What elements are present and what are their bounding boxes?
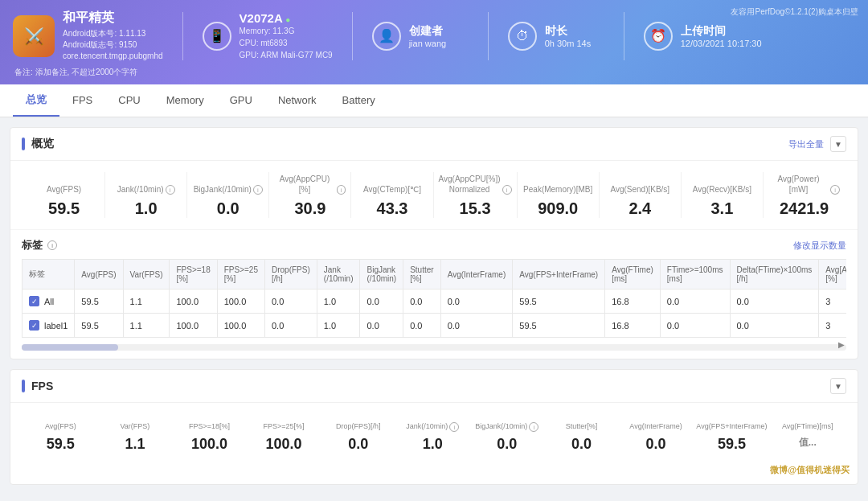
td-label1-delta: 0.0 bbox=[730, 314, 819, 338]
normalized-info-icon[interactable]: i bbox=[502, 185, 512, 195]
stat-recv-label: Avg(Recv)[KB/s] bbox=[686, 172, 758, 195]
fps-jank-value: 1.0 bbox=[399, 436, 467, 453]
fps-jank-info-icon[interactable]: i bbox=[449, 422, 459, 432]
th-stutter: Stutter[%] bbox=[403, 260, 440, 290]
title-bar bbox=[22, 138, 25, 150]
table-action-btn[interactable]: 修改显示数量 bbox=[793, 240, 846, 252]
td-all-ftime: 16.8 bbox=[605, 290, 661, 314]
jank-info-icon[interactable]: i bbox=[166, 185, 175, 195]
td-all-avg-fps: 59.5 bbox=[75, 290, 123, 314]
user-icon: 👤 bbox=[372, 22, 401, 51]
table-label-text: 标签 i bbox=[22, 238, 57, 253]
table-row: All 59.5 1.1 100.0 100.0 0.0 1.0 0.0 0.0… bbox=[23, 290, 847, 314]
tab-network[interactable]: Network bbox=[265, 86, 330, 116]
app-info: ⚔️ 和平精英 Android版本号: 1.11.13 Android版志号: … bbox=[13, 10, 163, 62]
device-info: 📱 V2072A ● Memory: 11.3G CPU: mt6893 GPU… bbox=[203, 11, 333, 61]
scroll-thumb[interactable] bbox=[22, 344, 118, 351]
th-label: 标签 bbox=[23, 260, 75, 290]
app-details: 和平精英 Android版本号: 1.11.13 Android版志号: 915… bbox=[63, 10, 163, 62]
th-fps25: FPS>=25[%] bbox=[217, 260, 264, 290]
watermark-area: 微博@值得机迷得买 bbox=[10, 462, 858, 481]
th-drop: Drop(FPS)[/h] bbox=[265, 260, 317, 290]
stat-send-label: Avg(Send)[KB/s] bbox=[604, 172, 676, 195]
fps-25-label: FPS>=25[%] bbox=[250, 413, 318, 432]
fps-18: FPS>=18[%] 100.0 bbox=[172, 413, 247, 453]
tab-fps[interactable]: FPS bbox=[59, 86, 105, 116]
fps-jank: Jank(/10min)i 1.0 bbox=[395, 413, 470, 453]
fps-title: FPS bbox=[22, 380, 53, 392]
divider-3 bbox=[488, 12, 489, 60]
stat-jank-value: 1.0 bbox=[110, 199, 182, 218]
td-all-var-fps: 1.1 bbox=[123, 290, 170, 314]
export-action[interactable]: 导出全量 bbox=[788, 138, 824, 150]
td-all-fps25: 100.0 bbox=[217, 290, 264, 314]
table-info-icon[interactable]: i bbox=[47, 240, 57, 250]
fps-title-bar bbox=[22, 380, 25, 392]
fps-bigjank: BigJank(/10min)i 0.0 bbox=[470, 413, 545, 453]
td-all-delta: 0.0 bbox=[730, 290, 819, 314]
device-cpu: CPU: mt6893 bbox=[240, 37, 333, 49]
td-label1-extra: 3 bbox=[819, 314, 846, 338]
fps-bigjank-info-icon[interactable]: i bbox=[529, 422, 538, 432]
stat-jank: Jank(/10min)i 1.0 bbox=[105, 172, 187, 218]
table-scroll-container[interactable]: 标签 Avg(FPS) Var(FPS) FPS>=18[%] FPS>=25[… bbox=[22, 259, 846, 351]
td-label1-var-fps: 1.1 bbox=[123, 314, 170, 338]
tab-battery[interactable]: Battery bbox=[330, 86, 388, 116]
top-right-info: 友容用PerfDog©1.2.1(2)购桌本归壁 bbox=[731, 6, 858, 18]
fps-fps-interframe-label: Avg(FPS+InterFrame) bbox=[696, 413, 767, 432]
fps-fps-interframe-value: 59.5 bbox=[696, 436, 767, 453]
table-row: label1 59.5 1.1 100.0 100.0 0.0 1.0 0.0 … bbox=[23, 314, 847, 338]
td-label1-fps18: 100.0 bbox=[170, 314, 217, 338]
fps-avg: Avg(FPS) 59.5 bbox=[23, 413, 98, 453]
stat-avg-fps-label: Avg(FPS) bbox=[28, 172, 100, 195]
all-checkbox[interactable] bbox=[29, 296, 39, 306]
td-all-fps-interframe: 59.5 bbox=[513, 290, 605, 314]
fps-ftime-label: Avg(FTime)[ms] bbox=[773, 413, 841, 432]
stat-appcpu-value: 30.9 bbox=[274, 199, 346, 218]
scroll-right-arrow[interactable]: ▶ bbox=[838, 340, 846, 348]
fps-interframe: Avg(InterFrame) 0.0 bbox=[619, 413, 694, 453]
app-android-version: Android版本号: 1.11.13 bbox=[63, 28, 163, 39]
tab-cpu[interactable]: CPU bbox=[105, 86, 153, 116]
stat-ctemp-label: Avg(CTemp)[℃] bbox=[356, 172, 428, 195]
stat-avg-fps: Avg(FPS) 59.5 bbox=[23, 172, 105, 218]
overview-collapse-btn[interactable]: ▼ bbox=[830, 136, 846, 152]
td-label1-interframe: 0.0 bbox=[440, 314, 513, 338]
power-info-icon[interactable]: i bbox=[830, 185, 840, 195]
td-label1-fps25: 100.0 bbox=[217, 314, 264, 338]
tab-overview[interactable]: 总览 bbox=[13, 84, 59, 117]
tab-memory[interactable]: Memory bbox=[154, 86, 217, 116]
th-extra: Avg[A[%] bbox=[819, 260, 846, 290]
upload-info: 上传时间 12/03/2021 10:17:30 bbox=[681, 24, 762, 48]
appcpu-info-icon[interactable]: i bbox=[337, 185, 346, 195]
duration-info: 时长 0h 30m 14s bbox=[545, 24, 591, 48]
overview-header: 概览 导出全量 ▼ bbox=[10, 128, 858, 161]
stat-appcpu-label: Avg(AppCPU)[%]i bbox=[274, 172, 346, 195]
fps-section: FPS ▼ Avg(FPS) 59.5 Var(FPS) 1.1 FPS>=18… bbox=[10, 369, 858, 485]
divider-2 bbox=[352, 12, 353, 60]
fps-18-value: 100.0 bbox=[175, 436, 244, 453]
horizontal-scrollbar[interactable] bbox=[22, 344, 846, 351]
tab-gpu[interactable]: GPU bbox=[217, 86, 265, 116]
bigjank-info-icon[interactable]: i bbox=[253, 185, 263, 195]
device-name: V2072A ● bbox=[240, 11, 333, 25]
fps-collapse-btn[interactable]: ▼ bbox=[830, 378, 846, 394]
stat-normalized: Avg(AppCPU[%])Normalizedi 15.3 bbox=[434, 172, 518, 218]
stat-normalized-label: Avg(AppCPU[%])Normalizedi bbox=[439, 172, 512, 195]
upload-icon: ⏰ bbox=[644, 22, 673, 51]
duration-value: 0h 30m 14s bbox=[545, 39, 591, 48]
td-all-extra: 3 bbox=[819, 290, 846, 314]
stat-bigjank: BigJank(/10min)i 0.0 bbox=[187, 172, 269, 218]
header-note: 备注: 添加备注, 不超过2000个字符 bbox=[13, 67, 855, 78]
stat-power: Avg(Power)[mW]i 2421.9 bbox=[764, 172, 845, 218]
th-bigjank: BigJank(/10min) bbox=[360, 260, 403, 290]
stat-bigjank-value: 0.0 bbox=[192, 199, 264, 218]
fps-ftime: Avg(FTime)[ms] 值... bbox=[770, 413, 845, 453]
td-all-label: All bbox=[23, 290, 75, 314]
td-all-jank: 1.0 bbox=[317, 290, 360, 314]
stat-bigjank-label: BigJank(/10min)i bbox=[192, 172, 264, 195]
label1-checkbox[interactable] bbox=[29, 320, 39, 331]
fps-var-label: Var(FPS) bbox=[101, 413, 170, 432]
td-all-ftime100: 0.0 bbox=[660, 290, 730, 314]
stat-ctemp: Avg(CTemp)[℃] 43.3 bbox=[351, 172, 433, 218]
